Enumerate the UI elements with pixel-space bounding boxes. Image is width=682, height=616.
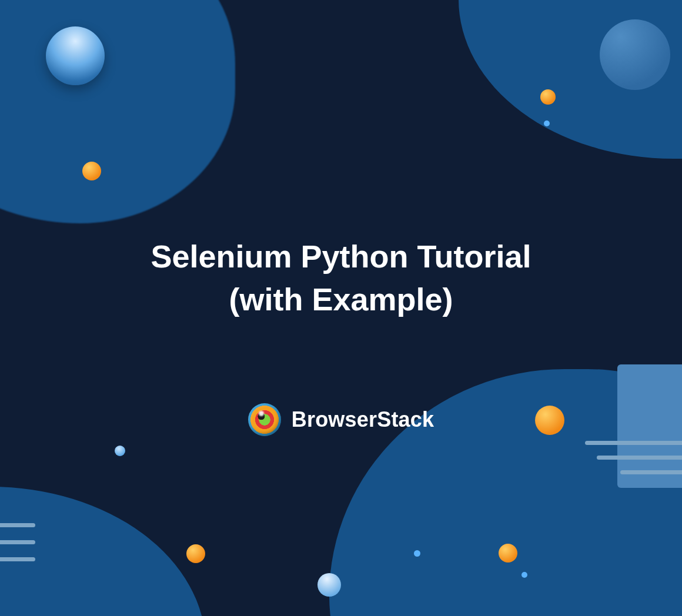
decorative-dot-blue-tiny [521, 572, 527, 578]
decorative-dot-orange [186, 544, 205, 563]
brand-name: BrowserStack [292, 407, 434, 432]
decorative-lines-right [573, 441, 682, 474]
decorative-dot-blue-gradient [317, 573, 341, 597]
decorative-lines-left [0, 523, 41, 561]
browserstack-logo-icon [248, 403, 281, 436]
brand-row: BrowserStack [0, 403, 682, 436]
decorative-dot-blue-tiny [544, 120, 550, 126]
decorative-circle-top-right [600, 19, 670, 90]
title-line-1: Selenium Python Tutorial [0, 235, 682, 278]
decorative-dot-blue [115, 446, 125, 456]
decorative-dot-orange [499, 544, 517, 563]
background-blob-top-left [0, 0, 235, 223]
title-line-2: (with Example) [0, 278, 682, 321]
decorative-dot-orange [82, 162, 101, 180]
decorative-dot-orange [540, 89, 556, 105]
page-title: Selenium Python Tutorial (with Example) [0, 235, 682, 321]
decorative-dot-blue-tiny [414, 550, 420, 557]
decorative-circle-large-blue [46, 26, 105, 85]
